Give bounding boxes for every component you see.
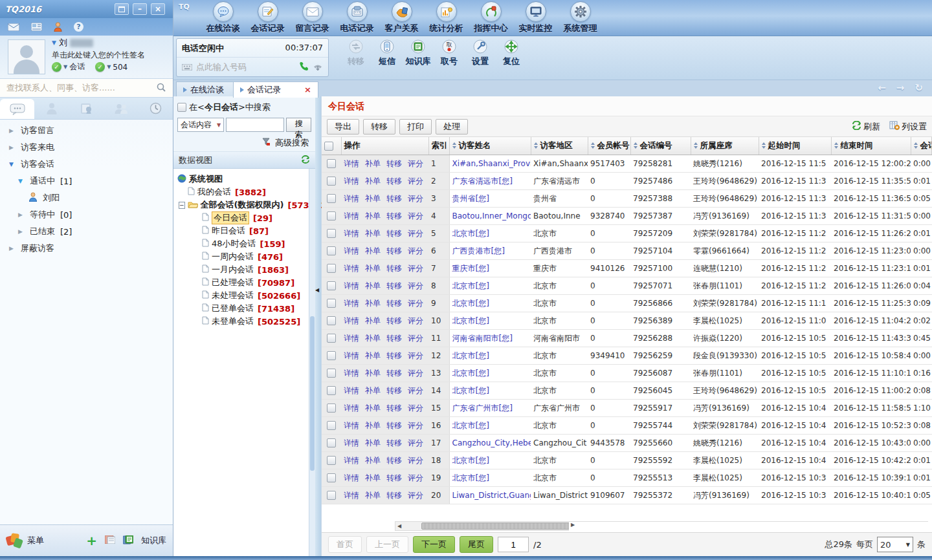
reload-icon[interactable]: ↻ — [915, 82, 923, 94]
restore-window-icon[interactable] — [115, 3, 129, 15]
visitor-name-link[interactable]: 北京市[您] — [452, 299, 489, 308]
visitor-name-link[interactable]: 广西贵港市[您] — [452, 246, 505, 255]
row-op-rate[interactable]: 评分 — [408, 386, 423, 395]
menu-label[interactable]: 菜单 — [27, 535, 44, 546]
module-statistics[interactable]: 统计分析 — [424, 1, 469, 34]
column-header-start-time[interactable]: 起始时间 — [759, 137, 831, 155]
row-op-supplement[interactable]: 补单 — [365, 456, 381, 465]
help-icon[interactable]: ? — [74, 22, 83, 32]
tree-node-month-sessions[interactable]: 一月内会话 [1863] — [177, 263, 315, 276]
avatar[interactable] — [8, 39, 45, 74]
row-op-transfer[interactable]: 转移 — [386, 264, 402, 273]
refresh-button[interactable]: 刷新 — [852, 121, 880, 133]
row-op-rate[interactable]: 评分 — [408, 491, 423, 500]
row-op-transfer[interactable]: 转移 — [386, 473, 402, 482]
row-op-supplement[interactable]: 补单 — [365, 491, 381, 500]
visitor-name-link[interactable]: Xi#an,Shaanxi_Provin — [452, 159, 531, 168]
row-op-transfer[interactable]: 转移 — [386, 386, 402, 395]
row-op-supplement[interactable]: 补单 — [365, 281, 381, 290]
row-op-rate[interactable]: 评分 — [408, 351, 423, 360]
row-checkbox[interactable] — [327, 299, 336, 308]
row-op-supplement[interactable]: 补单 — [365, 246, 381, 255]
row-checkbox[interactable] — [327, 211, 336, 221]
visitor-name-link[interactable]: 北京市[您] — [452, 316, 489, 325]
phone-number-input[interactable]: 点此输入号码 — [196, 61, 295, 73]
visitor-name-link[interactable]: Baotou,Inner_Mongo — [452, 211, 531, 221]
row-op-transfer[interactable]: 转移 — [386, 351, 402, 360]
select-all-checkbox[interactable] — [324, 142, 333, 151]
hangup-icon[interactable] — [313, 62, 323, 72]
notes-icon[interactable] — [105, 535, 115, 546]
row-op-transfer[interactable]: 转移 — [386, 194, 402, 203]
row-checkbox[interactable] — [327, 473, 336, 482]
print-button[interactable]: 打印 — [399, 119, 432, 135]
dial-icon[interactable] — [299, 61, 309, 73]
column-header-index[interactable]: 索引 — [428, 137, 449, 155]
module-realtime-monitor[interactable]: 实时监控 — [513, 1, 558, 34]
row-op-transfer[interactable]: 转移 — [386, 316, 402, 325]
tree-node-system-view[interactable]: 系统视图 — [177, 173, 315, 186]
phone-btn-knowledge[interactable]: 知识库 — [403, 38, 434, 67]
tab-conversations[interactable] — [0, 99, 34, 119]
mail-icon[interactable] — [8, 23, 19, 31]
phone-btn-settings[interactable]: 设置 — [465, 38, 496, 67]
row-op-detail[interactable]: 详情 — [344, 264, 359, 273]
tree-node-waiting[interactable]: ▶等待中[0] — [0, 206, 173, 223]
column-header-visitor-region[interactable]: 访客地区 — [531, 137, 588, 155]
column-header-ops[interactable]: 操作 — [341, 137, 428, 155]
row-op-supplement[interactable]: 补单 — [365, 159, 381, 168]
row-op-detail[interactable]: 详情 — [344, 473, 359, 482]
knowledge-base-label[interactable]: 知识库 — [141, 535, 166, 546]
tab-session-records[interactable]: 会话记录 × — [233, 81, 318, 98]
visitor-name-link[interactable]: 北京市[您] — [452, 281, 489, 290]
chevron-down-icon[interactable]: ▼ — [52, 39, 56, 46]
extension-status-toggle[interactable]: ✓ ▼ 504 — [95, 62, 128, 72]
tab-groups[interactable] — [104, 98, 138, 119]
tree-node-my-sessions[interactable]: 我的会话 [3882] — [177, 186, 315, 199]
row-op-transfer[interactable]: 转移 — [386, 334, 402, 343]
row-checkbox[interactable] — [327, 351, 336, 360]
row-op-transfer[interactable]: 转移 — [386, 159, 402, 168]
panel-splitter[interactable]: ◀ — [315, 96, 321, 556]
contact-icon[interactable] — [54, 22, 62, 32]
row-op-detail[interactable]: 详情 — [344, 404, 359, 413]
next-page-button[interactable]: 下一页 — [413, 536, 455, 553]
row-op-supplement[interactable]: 补单 — [365, 264, 381, 273]
row-op-rate[interactable]: 评分 — [408, 246, 423, 255]
row-checkbox[interactable] — [327, 246, 336, 255]
tree-node-unregistered-sessions[interactable]: 未登单会话 [502525] — [177, 315, 315, 328]
row-op-detail[interactable]: 详情 — [344, 194, 359, 203]
scroll-left-icon[interactable]: ◀ — [395, 523, 403, 529]
process-button[interactable]: 处理 — [436, 119, 468, 135]
tree-node-visitor-messages[interactable]: ▶访客留言 — [0, 122, 173, 139]
column-header-session-id[interactable]: 会话编号 — [630, 137, 691, 155]
row-op-rate[interactable]: 评分 — [408, 194, 423, 203]
visitor-name-link[interactable]: 北京市[您] — [452, 351, 489, 360]
tree-node-in-call[interactable]: ▼通话中[1] — [0, 173, 173, 189]
column-header-agent[interactable]: 所属座席 — [691, 137, 759, 155]
phone-btn-sms[interactable]: 短信 — [372, 38, 403, 67]
row-op-transfer[interactable]: 转移 — [386, 369, 402, 378]
visitor-name-link[interactable]: 重庆市[您] — [452, 264, 489, 273]
close-window-icon[interactable]: × — [151, 3, 165, 15]
row-op-rate[interactable]: 评分 — [408, 421, 423, 430]
row-op-rate[interactable]: 评分 — [408, 299, 423, 308]
tree-node-visitor-calls[interactable]: ▶访客来电 — [0, 139, 173, 156]
row-op-supplement[interactable]: 补单 — [365, 177, 381, 186]
signature-field[interactable]: 单击此处键入您的个性签名 — [52, 48, 169, 61]
row-op-detail[interactable]: 详情 — [344, 211, 359, 221]
visitor-name-link[interactable]: 贵州省[您] — [452, 194, 489, 203]
search-field-select[interactable]: 会话内容 ▼ — [177, 118, 224, 132]
tree-node-visitor-sessions[interactable]: ▼访客会话 — [0, 156, 173, 173]
row-op-rate[interactable]: 评分 — [408, 211, 423, 221]
visitor-name-link[interactable]: 北京市[您] — [452, 473, 489, 482]
module-call-records[interactable]: 电话记录 — [335, 1, 379, 34]
per-page-select[interactable]: 20 ▼ — [877, 537, 913, 552]
first-page-button[interactable]: 首页 — [328, 536, 362, 553]
page-input[interactable] — [498, 537, 529, 552]
row-op-supplement[interactable]: 补单 — [365, 229, 381, 238]
row-op-rate[interactable]: 评分 — [408, 177, 423, 186]
row-checkbox[interactable] — [327, 438, 336, 447]
row-op-detail[interactable]: 详情 — [344, 334, 359, 343]
row-op-detail[interactable]: 详情 — [344, 438, 359, 447]
